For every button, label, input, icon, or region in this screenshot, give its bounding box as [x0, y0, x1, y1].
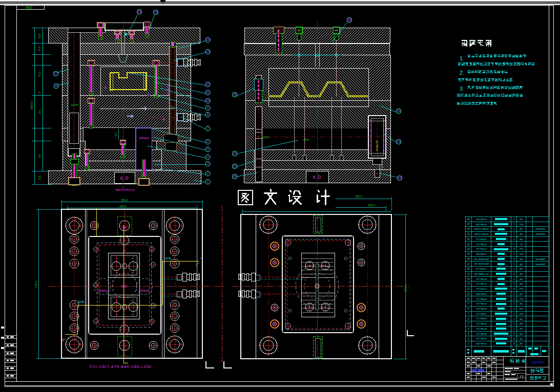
svg-text:45#: 45#: [520, 338, 524, 340]
svg-text:GB7784-27: GB7784-27: [476, 253, 487, 255]
svg-text:13: 13: [206, 50, 210, 53]
svg-text:45#: 45#: [520, 302, 524, 305]
svg-text:P20: P20: [520, 223, 524, 226]
svg-text:22: 22: [467, 238, 470, 241]
svg-text:P20: P20: [520, 308, 524, 310]
svg-text:SPW30: SPW30: [139, 137, 149, 140]
svg-text:45#: 45#: [520, 273, 524, 275]
svg-text:FCI-2327-A75-B80-C80-L230: FCI-2327-A75-B80-C80-L230: [90, 364, 152, 369]
svg-text:25: 25: [233, 93, 237, 96]
svg-text:350.0: 350.0: [355, 195, 362, 198]
svg-text:16: 16: [467, 268, 470, 270]
svg-text:ST7784-10: ST7784-10: [476, 298, 487, 300]
svg-text:2: 2: [513, 253, 515, 255]
svg-text:8.0: 8.0: [38, 154, 41, 158]
svg-text:20: 20: [467, 248, 470, 250]
svg-text:2: 2: [513, 282, 515, 285]
svg-text:SPW30: SPW30: [140, 289, 150, 292]
svg-text:2: 2: [467, 338, 469, 340]
svg-text:ST7784-22: ST7784-22: [476, 238, 487, 241]
svg-text:3: 3: [207, 162, 209, 165]
svg-text:21: 21: [233, 164, 237, 168]
svg-text:21: 21: [467, 243, 470, 246]
svg-text:16: 16: [137, 10, 141, 13]
svg-text:500.0: 500.0: [30, 101, 33, 110]
svg-text:23: 23: [467, 233, 470, 235]
svg-text:45#: 45#: [520, 238, 524, 241]
svg-text:2: 2: [513, 308, 515, 310]
svg-text:45#: 45#: [520, 218, 524, 221]
svg-text:45#: 45#: [520, 322, 524, 325]
svg-text:38-40HRC: 38-40HRC: [535, 263, 546, 266]
svg-text:270.0: 270.0: [34, 281, 37, 288]
svg-text:4: 4: [207, 155, 209, 159]
svg-text:P20: P20: [520, 288, 524, 290]
svg-text:45#: 45#: [520, 318, 524, 320]
svg-text:11: 11: [467, 293, 470, 295]
svg-text:45#: 45#: [520, 328, 524, 330]
svg-text:ST7784-05: ST7784-05: [476, 322, 487, 325]
svg-text:45#: 45#: [520, 333, 524, 335]
svg-text:12: 12: [467, 288, 470, 290]
svg-text:45#: 45#: [520, 228, 524, 230]
svg-text:ST7784-07: ST7784-07: [476, 313, 487, 315]
svg-text:18: 18: [54, 84, 58, 88]
svg-text:(A3): (A3): [26, 6, 32, 10]
svg-text:26: 26: [467, 218, 470, 221]
svg-text:STB: STB: [165, 257, 171, 260]
svg-text:23: 23: [397, 140, 401, 143]
svg-text:GB70.1 M8x30: GB70.1 M8x30: [474, 228, 489, 230]
svg-text:SPW30: SPW30: [98, 289, 108, 292]
svg-text:14: 14: [467, 278, 470, 280]
svg-text:P20: P20: [520, 298, 524, 300]
svg-text:12: 12: [206, 82, 210, 86]
svg-text:2: 2: [513, 238, 515, 241]
svg-text:330.0: 330.0: [119, 205, 127, 208]
svg-text:38-40HRC: 38-40HRC: [535, 228, 546, 230]
svg-text:P20: P20: [520, 253, 524, 255]
svg-text:38-40HRC: 38-40HRC: [535, 233, 546, 235]
svg-text:45#: 45#: [520, 233, 524, 235]
svg-text:1.0: 1.0: [38, 92, 41, 96]
svg-text:45#: 45#: [520, 258, 524, 260]
svg-text:45#: 45#: [520, 263, 524, 266]
svg-text:1:1: 1:1: [520, 375, 524, 378]
svg-text:15.0: 15.0: [115, 132, 117, 136]
svg-text:31.0: 31.0: [38, 72, 41, 77]
svg-text:9: 9: [207, 106, 209, 110]
svg-text:ST7784-09: ST7784-09: [476, 302, 487, 305]
svg-text:ST7784-12: ST7784-12: [476, 288, 487, 290]
svg-text:24: 24: [467, 228, 470, 230]
svg-text:14.0: 14.0: [38, 47, 41, 52]
svg-text:11: 11: [206, 91, 210, 94]
svg-text:270.0: 270.0: [404, 285, 407, 292]
svg-text:GB7784-11: GB7784-11: [476, 293, 487, 295]
svg-text:STB: STB: [78, 300, 84, 303]
svg-text:ST7784-20: ST7784-20: [476, 248, 487, 250]
svg-text:38-40HRC: 38-40HRC: [535, 258, 546, 260]
svg-text:5.5: 5.5: [38, 176, 41, 180]
svg-text:A: A: [61, 337, 64, 340]
svg-text:M30X90: M30X90: [70, 169, 73, 178]
svg-text:350.0: 350.0: [121, 199, 128, 202]
svg-text:2: 2: [207, 171, 209, 175]
svg-text:13: 13: [467, 282, 470, 285]
svg-text:18: 18: [467, 258, 470, 260]
svg-text:2: 2: [513, 328, 515, 330]
svg-text:GB70.1 M6x20: GB70.1 M6x20: [474, 233, 489, 235]
svg-text:8: 8: [207, 113, 209, 116]
svg-text:P20: P20: [520, 248, 524, 250]
svg-text:ST7784-04: ST7784-04: [476, 328, 487, 330]
svg-text:ST7784-03: ST7784-03: [476, 333, 487, 335]
svg-text:320.0: 320.0: [368, 204, 375, 207]
svg-text:45#: 45#: [520, 278, 524, 280]
svg-text:20.0: 20.0: [38, 33, 41, 39]
svg-text:45#: 45#: [520, 268, 524, 270]
svg-text:φ12x150: φ12x150: [167, 84, 170, 95]
svg-text:FC7784-06: FC7784-06: [476, 317, 487, 320]
svg-text:ST7784-25: ST7784-25: [476, 218, 487, 221]
svg-text:MZ: MZ: [335, 29, 338, 32]
svg-text:15: 15: [467, 273, 470, 275]
svg-text:φ12x4: φ12x4: [262, 136, 269, 139]
svg-text:XXXX: XXXX: [531, 360, 544, 365]
